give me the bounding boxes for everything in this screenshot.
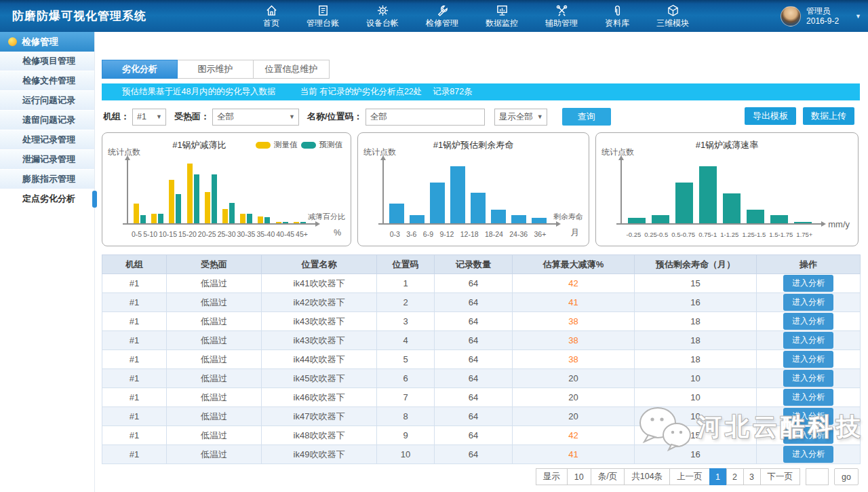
cell-thinning: 42 <box>513 426 635 445</box>
nav-item-首页[interactable]: 首页 <box>263 3 279 29</box>
legend-swatch <box>256 142 271 149</box>
column-header-机组: 机组 <box>102 255 167 274</box>
tab-bar: 劣化分析图示维护位置信息维护 <box>102 60 860 79</box>
page-go-button[interactable]: go <box>834 468 859 485</box>
enter-analysis-button[interactable]: 进入分析 <box>783 389 833 406</box>
cell-records: 64 <box>435 445 513 464</box>
bar-group-20-25 <box>205 174 217 223</box>
chart-bars <box>387 166 549 223</box>
bar <box>699 166 717 223</box>
bar-group-24-36 <box>511 215 526 223</box>
display-select[interactable]: 显示全部▼ <box>494 109 547 126</box>
cell-life: 15 <box>635 426 757 445</box>
bar-group-1.5-1.75 <box>770 215 788 223</box>
cell-code: 6 <box>377 369 435 388</box>
page-number-3[interactable]: 3 <box>743 468 761 485</box>
nav-item-辅助管理[interactable]: 辅助管理 <box>545 3 578 29</box>
y-axis <box>382 157 384 225</box>
unit-select[interactable]: #1▼ <box>132 109 166 126</box>
sidebar-item-膨胀指示管理[interactable]: 膨胀指示管理 <box>0 170 94 189</box>
name-code-input[interactable] <box>366 109 485 126</box>
page-jump-input[interactable] <box>806 468 829 485</box>
enter-analysis-button[interactable]: 进入分析 <box>783 427 833 444</box>
bar-group-0-5 <box>134 204 146 223</box>
cell-life: 18 <box>635 350 757 369</box>
tab-图示维护[interactable]: 图示维护 <box>178 60 254 79</box>
enter-analysis-button[interactable]: 进入分析 <box>783 294 833 311</box>
bar-group-12-18 <box>471 193 486 223</box>
export-template-button[interactable]: 导出模板 <box>745 107 796 125</box>
cell-surface: 低温过 <box>167 312 262 331</box>
bar <box>134 204 139 223</box>
nav-item-三维模块[interactable]: 三维模块 <box>656 3 689 29</box>
chevron-down-icon[interactable]: ▼ <box>855 13 861 20</box>
info-banner: 预估结果基于近48月内的的劣化导入数据 当前 有记录的炉劣化分析点22处 记录8… <box>102 83 860 100</box>
gear-icon <box>376 4 389 17</box>
bar <box>283 222 288 223</box>
tab-劣化分析[interactable]: 劣化分析 <box>102 60 178 79</box>
y-axis <box>127 157 128 225</box>
table-row: #1低温过ik44吹吹器下5643818进入分析 <box>102 350 861 369</box>
bar-group-0.75-1 <box>699 166 717 223</box>
table-row: #1低温过ik47吹吹器下8642010进入分析 <box>102 407 861 426</box>
nav-item-检修管理[interactable]: 检修管理 <box>426 3 458 29</box>
query-button[interactable]: 查询 <box>562 108 611 126</box>
cell-records: 64 <box>435 331 513 350</box>
nav-item-管理台账[interactable]: 管理台账 <box>307 3 339 29</box>
cell-surface: 低温过 <box>167 445 262 464</box>
table-row: #1低温过ik42吹吹器下2644116进入分析 <box>102 293 861 312</box>
bar-group-45+ <box>294 222 306 223</box>
cell-name: ik42吹吹器下 <box>262 293 377 312</box>
nav-item-资料库[interactable]: 资料库 <box>605 3 629 29</box>
data-upload-button[interactable]: 数据上传 <box>803 107 854 125</box>
cell-code: 8 <box>377 407 435 426</box>
sidebar-item-检修项目管理[interactable]: 检修项目管理 <box>0 52 94 71</box>
sidebar-item-运行问题记录[interactable]: 运行问题记录 <box>0 91 94 111</box>
enter-analysis-button[interactable]: 进入分析 <box>783 446 833 463</box>
avatar <box>781 6 801 26</box>
cell-thinning: 38 <box>513 350 635 369</box>
cell-thinning: 42 <box>513 274 635 293</box>
cell-code: 5 <box>377 350 435 369</box>
cell-code: 4 <box>377 331 435 350</box>
page-number-1[interactable]: 1 <box>709 468 727 485</box>
name-code-label: 名称/位置码： <box>307 111 363 123</box>
bar <box>532 218 547 223</box>
x-axis <box>123 223 318 225</box>
enter-analysis-button[interactable]: 进入分析 <box>783 275 833 292</box>
sidebar: 检修管理 检修项目管理检修文件管理运行问题记录遗留问题记录处理记录管理泄漏记录管… <box>0 32 95 492</box>
cell-life: 10 <box>635 388 757 407</box>
bar <box>151 214 157 223</box>
sidebar-item-定点劣化分析[interactable]: 定点劣化分析 <box>0 189 94 209</box>
sidebar-item-检修文件管理[interactable]: 检修文件管理 <box>0 71 94 91</box>
page-number-2[interactable]: 2 <box>726 468 744 485</box>
cell-unit: #1 <box>102 350 167 369</box>
tab-位置信息维护[interactable]: 位置信息维护 <box>254 60 330 79</box>
enter-analysis-button[interactable]: 进入分析 <box>783 370 833 387</box>
sidebar-item-遗留问题记录[interactable]: 遗留问题记录 <box>0 111 94 130</box>
next-page-button[interactable]: 下一页 <box>760 468 801 485</box>
enter-analysis-button[interactable]: 进入分析 <box>783 313 833 330</box>
prev-page-button[interactable]: 上一页 <box>669 468 710 485</box>
bar <box>222 209 228 223</box>
cell-surface: 低温过 <box>167 426 262 445</box>
analysis-table: 机组受热面位置名称位置码记录数量估算最大减薄%预估剩余寿命（月）操作 #1低温过… <box>102 254 861 464</box>
sidebar-item-泄漏记录管理[interactable]: 泄漏记录管理 <box>0 150 94 170</box>
bar <box>628 218 646 223</box>
enter-analysis-button[interactable]: 进入分析 <box>783 332 833 349</box>
user-chip[interactable]: 管理员 2016-9-2 ▼ <box>781 0 861 32</box>
enter-analysis-button[interactable]: 进入分析 <box>783 408 833 425</box>
sidebar-item-处理记录管理[interactable]: 处理记录管理 <box>0 130 94 150</box>
enter-analysis-button[interactable]: 进入分析 <box>783 351 833 368</box>
cell-thinning: 41 <box>513 445 635 464</box>
page-size-value[interactable]: 10 <box>567 468 591 485</box>
cell-thinning: 41 <box>513 293 635 312</box>
bar <box>652 215 669 223</box>
bar <box>430 183 445 223</box>
nav-item-数据监控[interactable]: 数据监控 <box>486 3 518 29</box>
bar <box>240 214 245 223</box>
nav-item-设备台帐[interactable]: 设备台帐 <box>366 3 399 29</box>
bar <box>294 222 299 223</box>
bar-group-1.75+ <box>794 222 812 223</box>
surface-select[interactable]: 全部▼ <box>212 109 299 126</box>
